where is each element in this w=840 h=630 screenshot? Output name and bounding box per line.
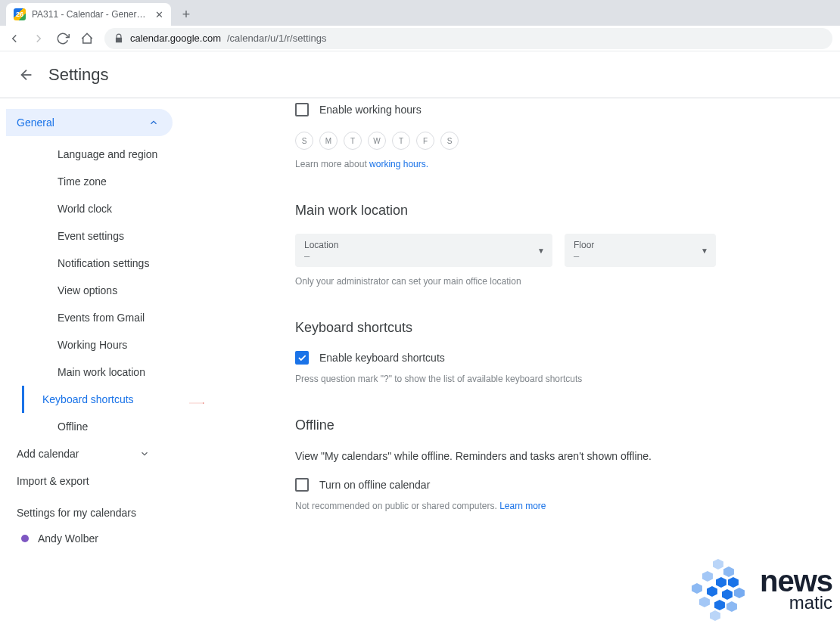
enable-working-hours-row[interactable]: Enable working hours [295,103,825,116]
work-location-helper: Only your administrator can set your mai… [295,276,825,287]
section-offline: Offline View "My calendars" while offlin… [295,417,825,511]
section-main-work-location: Main work location Location – ▼ Floor – … [295,203,825,287]
floor-select[interactable]: Floor – ▼ [565,234,716,267]
section-keyboard-shortcuts: Keyboard shortcuts Enable keyboard short… [295,320,825,384]
day-wed[interactable]: W [368,132,386,150]
tab-strip: 26 PA311 - Calendar - General settin ✕ + [0,0,840,26]
settings-back-button[interactable] [18,67,35,83]
sidebar-section-label: General [17,116,54,129]
content-area: General Language and region Time zone Wo… [0,98,840,551]
chevron-down-icon [139,448,150,459]
enable-working-hours-label: Enable working hours [319,104,422,116]
browser-chrome: 26 PA311 - Calendar - General settin ✕ +… [0,0,840,51]
tab-title: PA311 - Calendar - General settin [32,9,149,20]
watermark-graphic [684,554,752,622]
section-working-hours: Enable working hours S M T W T F S Learn… [295,103,825,169]
calendar-favicon: 26 [14,8,26,20]
day-tue[interactable]: T [344,132,362,150]
reload-icon[interactable] [56,32,70,45]
working-hours-link[interactable]: working hours. [369,159,428,169]
enable-working-hours-checkbox[interactable] [295,103,309,116]
new-tab-button[interactable]: + [176,4,197,25]
svg-marker-1 [203,402,204,403]
day-mon[interactable]: M [319,132,338,150]
watermark-text: news matic [760,564,832,613]
sidebar-add-calendar-label: Add calendar [17,448,79,460]
settings-sidebar: General Language and region Time zone Wo… [0,98,197,551]
keyboard-shortcuts-helper: Press question mark "?" to show the list… [295,374,825,384]
day-thu[interactable]: T [392,132,410,150]
day-fri[interactable]: F [416,132,434,150]
forward-icon[interactable] [32,32,45,45]
floor-select-label: Floor [574,240,707,250]
dropdown-arrow-icon: ▼ [537,247,545,255]
browser-toolbar: calendar.google.com/calendar/u/1/r/setti… [0,26,840,51]
sidebar-item-world-clock[interactable]: World clock [22,195,197,222]
close-tab-icon[interactable]: ✕ [155,9,163,20]
sidebar-my-calendars-heading: Settings for my calendars [6,495,197,526]
sidebar-item-events-from-gmail[interactable]: Events from Gmail [22,304,197,331]
location-select-value: – [304,250,543,262]
enable-keyboard-shortcuts-row[interactable]: Enable keyboard shortcuts [295,351,825,365]
offline-learn-more-link[interactable]: Learn more [499,501,546,511]
sidebar-item-event-settings[interactable]: Event settings [22,222,197,250]
sidebar-section-general[interactable]: General [6,109,173,136]
day-circles: S M T W T F S [295,132,825,150]
main-content: Enable working hours S M T W T F S Learn… [197,98,840,551]
sidebar-item-language-region[interactable]: Language and region [22,141,197,168]
floor-select-value: – [574,250,707,262]
turn-on-offline-row[interactable]: Turn on offline calendar [295,478,825,492]
sidebar-item-time-zone[interactable]: Time zone [22,168,197,195]
url-domain: calendar.google.com [130,33,221,44]
sidebar-calendar-item[interactable]: Andy Wolber [6,526,197,551]
sidebar-item-keyboard-shortcuts[interactable]: Keyboard shortcuts [22,386,197,413]
settings-header: Settings [0,51,840,98]
sidebar-add-calendar[interactable]: Add calendar [6,440,180,467]
dropdown-arrow-icon: ▼ [701,247,708,255]
home-icon[interactable] [80,32,94,45]
location-select[interactable]: Location – ▼ [295,234,552,267]
browser-tab[interactable]: 26 PA311 - Calendar - General settin ✕ [6,3,171,26]
offline-description: View "My calendars" while offline. Remin… [295,448,825,464]
sidebar-item-view-options[interactable]: View options [22,277,197,304]
enable-keyboard-shortcuts-label: Enable keyboard shortcuts [319,352,445,364]
turn-on-offline-label: Turn on offline calendar [319,479,430,491]
calendar-color-dot [21,535,29,542]
turn-on-offline-checkbox[interactable] [295,478,309,492]
day-sat[interactable]: S [440,132,459,150]
sidebar-item-working-hours[interactable]: Working Hours [22,331,197,358]
back-icon[interactable] [8,32,21,45]
offline-helper: Not recommended on public or shared comp… [295,501,825,511]
location-select-label: Location [304,240,543,250]
keyboard-shortcuts-title: Keyboard shortcuts [295,320,825,336]
watermark: news matic [684,554,832,622]
offline-title: Offline [295,417,825,433]
chevron-up-icon [148,117,159,128]
work-location-title: Main work location [295,203,825,219]
enable-keyboard-shortcuts-checkbox[interactable] [295,351,309,365]
calendar-name: Andy Wolber [38,532,98,545]
working-hours-helper: Learn more about working hours. [295,159,825,169]
annotation-arrow [121,402,272,404]
day-sun[interactable]: S [295,132,313,150]
address-bar[interactable]: calendar.google.com/calendar/u/1/r/setti… [104,28,832,49]
sidebar-item-notification-settings[interactable]: Notification settings [22,250,197,277]
page-title: Settings [48,65,109,85]
lock-icon [114,33,124,44]
sidebar-item-main-work-location[interactable]: Main work location [22,358,197,386]
url-path: /calendar/u/1/r/settings [227,33,327,44]
sidebar-import-export[interactable]: Import & export [6,467,197,495]
sidebar-item-offline[interactable]: Offline [22,413,197,440]
